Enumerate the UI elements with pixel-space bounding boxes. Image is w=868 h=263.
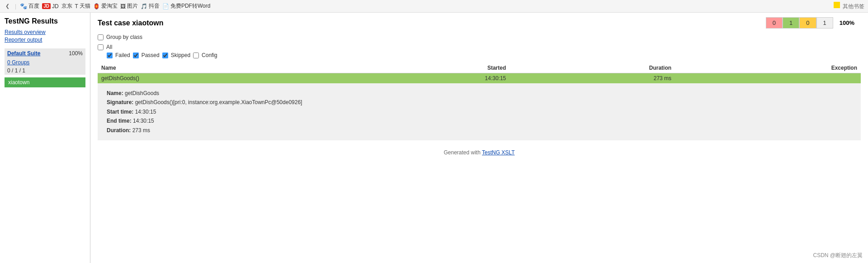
tupian-label: 图片 (127, 2, 138, 10)
results-overview-link[interactable]: Results overview (5, 29, 85, 35)
col-name: Name (98, 63, 351, 73)
table-row[interactable]: getDishGoods() 14:30:15 273 ms (98, 73, 861, 84)
sidebar-test-item-xiaotown[interactable]: xiaotown (5, 77, 85, 87)
badge-total: 1 (816, 17, 833, 29)
row-duration: 273 ms (509, 73, 675, 84)
group-by-class-checkbox[interactable] (98, 34, 104, 40)
badge-skipped: 0 (799, 17, 816, 29)
bookmark-icon (834, 2, 840, 8)
row-name: getDishGoods() (98, 73, 351, 84)
badge-failed: 0 (766, 17, 783, 29)
detail-name-value: getDishGoods (125, 90, 159, 96)
detail-start-value: 14:30:15 (135, 109, 156, 115)
tianmao-label: 天猫 (80, 2, 90, 10)
test-case-name: xiaotown (132, 19, 163, 27)
nav-back-btn[interactable]: ❮ (4, 2, 11, 10)
col-exception: Exception (675, 63, 861, 73)
default-suite-link[interactable]: Default Suite (7, 50, 40, 57)
pdf-label: 免费PDF转Word (170, 2, 210, 10)
detail-signature-value: getDishGoods()[pri:0, instance:org.examp… (135, 99, 302, 105)
config-label[interactable]: Config (202, 52, 217, 58)
detail-end-label: End time: (107, 118, 132, 124)
badge-percentage: 100% (833, 18, 861, 28)
passed-checkbox[interactable] (133, 53, 139, 58)
baidu-label: 百度 (28, 2, 39, 10)
detail-start-row: Start time: 14:30:15 (107, 107, 852, 116)
sidebar: TestNG Results Results overview Reporter… (0, 13, 90, 263)
jd-label: JD (52, 3, 59, 10)
tupian-icon: 🖼 (120, 3, 126, 10)
jd-icon: JD (42, 3, 51, 9)
toolbar-jd[interactable]: JD JD (42, 3, 58, 10)
detail-duration-label: Duration: (107, 127, 131, 134)
failed-label[interactable]: Failed (115, 52, 130, 58)
toolbar-jingdong[interactable]: 京东 (61, 2, 72, 10)
douyin-label: 抖音 (149, 2, 160, 10)
detail-cell: Name: getDishGoods Signature: getDishGoo… (98, 83, 861, 140)
sidebar-suite-row: Default Suite 100% (5, 48, 85, 58)
content-area: Test case xiaotown 0 1 0 1 100% Group by… (90, 13, 868, 263)
toolbar-tianmao[interactable]: T 天猫 (75, 2, 90, 10)
detail-signature-row: Signature: getDishGoods()[pri:0, instanc… (107, 98, 852, 107)
main-layout: TestNG Results Results overview Reporter… (0, 13, 868, 263)
skipped-checkbox[interactable] (162, 53, 168, 58)
failed-checkbox[interactable] (107, 53, 113, 58)
row-started: 14:30:15 (351, 73, 509, 84)
test-case-label: Test case (98, 19, 130, 27)
test-case-title: Test case xiaotown (98, 19, 164, 27)
toolbar-douyin[interactable]: 🎵 抖音 (141, 2, 160, 10)
toolbar-sep-1: | (15, 3, 16, 10)
other-bookmarks-label: 其他书签 (843, 3, 864, 10)
badge-passed: 1 (783, 17, 799, 29)
col-started: Started (351, 63, 509, 73)
results-table: Name Started Duration Exception getDishG… (98, 63, 861, 140)
pdf-icon: 📄 (162, 3, 169, 10)
generated-text: Generated with (444, 149, 481, 156)
detail-start-label: Start time: (107, 109, 133, 115)
skipped-label[interactable]: Skipped (171, 52, 190, 58)
footer: Generated with TestNG XSLT (98, 149, 861, 156)
row-exception (675, 73, 861, 84)
col-duration: Duration (509, 63, 675, 73)
suite-percentage: 100% (69, 50, 83, 57)
groups-link[interactable]: 0 Groups (5, 58, 85, 67)
detail-duration-row: Duration: 273 ms (107, 126, 852, 135)
test-case-header: Test case xiaotown 0 1 0 1 100% (98, 17, 861, 29)
detail-end-value: 14:30:15 (133, 118, 154, 124)
baidu-icon: 🐾 (20, 3, 27, 10)
sidebar-title: TestNG Results (5, 17, 85, 25)
detail-name-label: Name: (107, 90, 123, 96)
detail-duration-value: 273 ms (132, 127, 150, 134)
all-checkbox[interactable] (98, 44, 104, 50)
all-label[interactable]: All (106, 44, 112, 50)
toolbar-baidu[interactable]: 🐾 百度 (20, 2, 39, 10)
toolbar-aitaobao[interactable]: 🏮 爱淘宝 (93, 2, 118, 10)
aitaobao-icon: 🏮 (93, 3, 100, 10)
group-by-class-label[interactable]: Group by class (106, 34, 142, 40)
detail-block: Name: getDishGoods Signature: getDishGoo… (101, 85, 857, 139)
stats-badges: 0 1 0 1 100% (766, 17, 861, 29)
filter-checkboxes-row: Failed Passed Skipped Config (107, 52, 861, 58)
testng-xslt-link[interactable]: TestNG XSLT (482, 149, 514, 156)
group-by-class-row: Group by class (98, 34, 861, 40)
suite-stats: 0 / 1 / 1 (5, 67, 85, 75)
aitaobao-label: 爱淘宝 (101, 2, 118, 10)
tianmao-icon: T (75, 3, 78, 10)
config-checkbox[interactable] (193, 53, 199, 58)
douyin-icon: 🎵 (141, 3, 147, 10)
reporter-output-link[interactable]: Reporter output (5, 37, 85, 43)
detail-signature-label: Signature: (107, 99, 133, 105)
watermark: CSDN @断翅的左翼 (813, 252, 863, 259)
toolbar-right-section: 其他书签 (834, 2, 864, 10)
toolbar-pdf[interactable]: 📄 免费PDF转Word (162, 2, 210, 10)
passed-label[interactable]: Passed (142, 52, 160, 58)
jingdong-label: 京东 (61, 2, 72, 10)
detail-end-row: End time: 14:30:15 (107, 116, 852, 125)
detail-name-row: Name: getDishGoods (107, 89, 852, 98)
browser-toolbar: ❮ | 🐾 百度 JD JD 京东 T 天猫 🏮 爱淘宝 🖼 图片 🎵 抖音 📄… (0, 0, 868, 13)
all-row: All (98, 44, 861, 50)
table-detail-row: Name: getDishGoods Signature: getDishGoo… (98, 83, 861, 140)
toolbar-tupian[interactable]: 🖼 图片 (120, 2, 138, 10)
